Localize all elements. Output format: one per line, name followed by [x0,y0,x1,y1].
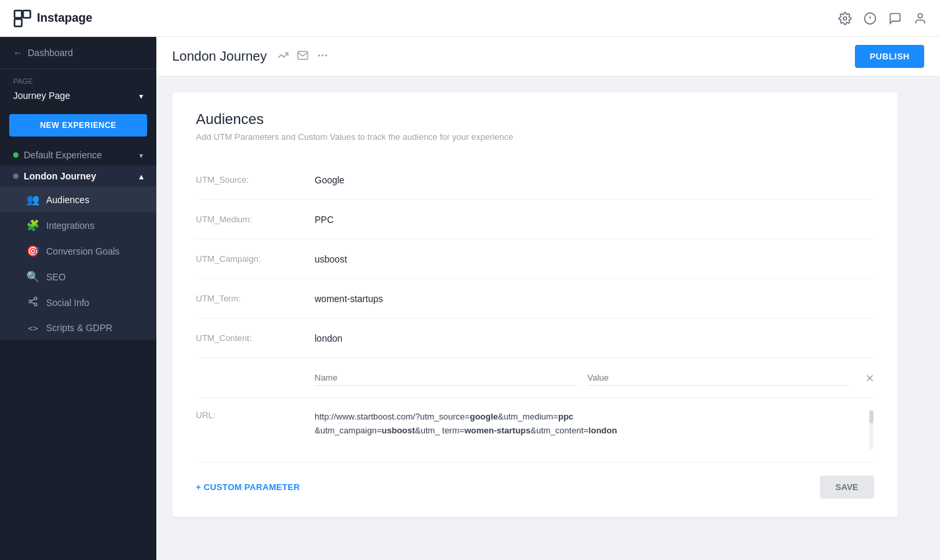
info-icon[interactable] [863,12,877,25]
seo-nav-label: SEO [46,272,66,282]
url-content-bold: london [588,425,617,435]
london-journey-section: London Journey 👥 Audiences 🧩 Integration… [0,166,156,340]
sidebar-item-default-experience[interactable]: Default Experience [0,144,156,166]
url-content: http://www.startboost.com/?utm_source=go… [315,410,863,438]
content-area: London Journey [156,37,940,560]
scripts-gdpr-nav-label: Scripts & GDPR [46,323,112,333]
default-experience-label: Default Experience [24,150,102,160]
page-section: Page Journey Page [0,69,156,106]
page-header-left: London Journey [172,49,329,64]
email-icon[interactable] [297,49,309,64]
utm-term-label: UTM_Term: [196,294,315,303]
utm-term-value[interactable]: woment-startups [315,294,874,304]
new-experience-button[interactable]: NEW EXPERIENCE [9,114,147,137]
chat-icon[interactable] [889,12,902,25]
user-icon[interactable] [914,12,927,25]
utm-campaign-label: UTM_Campaign: [196,254,315,264]
utm-source-label: UTM_Source: [196,175,315,185]
page-header-icons [277,49,329,64]
url-text-5: &utm_content= [530,425,588,435]
svg-line-11 [32,302,35,304]
integrations-nav-label: Integrations [46,220,94,231]
sidebar-item-audiences[interactable]: 👥 Audiences [0,187,156,212]
svg-rect-0 [15,11,22,18]
url-scrollbar-thumb [869,410,873,423]
url-source-bold: google [470,412,498,421]
utm-source-value[interactable]: Google [315,175,874,185]
scripts-gdpr-icon: <> [26,323,40,333]
settings-icon[interactable] [838,12,852,25]
chevron-up-icon [139,171,143,181]
close-icon[interactable]: ✕ [865,372,874,385]
svg-point-13 [319,55,320,56]
url-text-4: &utm_ term= [415,425,464,435]
more-icon[interactable] [317,49,329,64]
utm-content-label: UTM_Content: [196,333,315,343]
page-header: London Journey [156,37,940,77]
url-campaign-bold: usboost [382,425,416,435]
app-name: Instapage [37,11,92,25]
svg-point-9 [29,300,32,303]
audiences-nav-label: Audiences [46,195,89,205]
audiences-title: Audiences [196,111,874,128]
custom-param-value-input[interactable] [588,370,850,386]
save-button[interactable]: SAVE [820,476,874,499]
sidebar-item-scripts-gdpr[interactable]: <> Scripts & GDPR [0,316,156,340]
sidebar-item-seo[interactable]: 🔍 SEO [0,264,156,290]
svg-point-3 [844,16,847,20]
audiences-icon: 👥 [26,193,40,206]
url-term-bold: women-startups [464,425,530,435]
svg-point-10 [34,303,37,306]
custom-param-inputs: ✕ [315,370,874,386]
page-title: London Journey [172,49,266,64]
dashboard-label: Dashboard [28,47,73,58]
url-text-2: &utm_medium= [498,412,558,421]
social-info-icon [26,296,40,309]
url-medium-bold: ppc [558,412,573,421]
url-text-3: &utm_campaign= [315,425,382,435]
url-label: URL: [196,410,315,420]
svg-line-12 [32,299,35,301]
logo: Instapage [13,9,92,28]
sidebar-item-conversion-goals[interactable]: 🎯 Conversion Goals [0,238,156,264]
social-info-nav-label: Social Info [46,297,89,308]
audiences-card: Audiences Add UTM Parameters and Custom … [172,92,898,517]
sidebar: ← Dashboard Page Journey Page NEW EXPERI… [0,37,156,560]
page-select-label: Journey Page [13,90,70,101]
publish-button[interactable]: PUBLISH [855,45,924,68]
custom-param-name-input[interactable] [315,370,577,386]
london-journey-header[interactable]: London Journey [0,166,156,187]
audiences-subtitle: Add UTM Parameters and Custom Values to … [196,132,874,142]
svg-point-15 [326,55,327,56]
seo-icon: 🔍 [26,270,40,283]
chevron-down-icon [139,90,143,101]
sidebar-item-integrations[interactable]: 🧩 Integrations [0,212,156,238]
london-journey-label: London Journey [24,171,96,181]
utm-content-value[interactable]: london [315,333,874,344]
card-footer: + CUSTOM PARAMETER SAVE [196,462,874,499]
utm-content-row: UTM_Content: london [196,319,874,358]
svg-point-7 [918,13,923,18]
url-scrollbar-track [869,410,873,450]
custom-parameter-button[interactable]: + CUSTOM PARAMETER [196,482,300,492]
svg-point-8 [34,297,37,299]
content-scroll: Audiences Add UTM Parameters and Custom … [156,77,940,560]
active-dot [13,152,18,158]
page-select[interactable]: Journey Page [13,88,143,104]
header-icons [838,12,927,25]
svg-rect-1 [23,11,30,18]
custom-param-row: ✕ [196,358,874,398]
url-row: URL: http://www.startboost.com/?utm_sour… [196,398,874,462]
conversion-goals-icon: 🎯 [26,245,40,257]
utm-campaign-row: UTM_Campaign: usboost [196,239,874,279]
utm-medium-row: UTM_Medium: PPC [196,200,874,239]
conversion-goals-nav-label: Conversion Goals [46,246,119,257]
analytics-icon[interactable] [277,49,289,64]
dashboard-link[interactable]: ← Dashboard [0,37,156,69]
svg-point-14 [323,55,324,56]
london-journey-dot [13,173,18,179]
utm-campaign-value[interactable]: usboost [315,254,874,264]
url-scrollbar[interactable] [869,410,874,450]
sidebar-item-social-info[interactable]: Social Info [0,290,156,316]
utm-medium-value[interactable]: PPC [315,214,874,225]
